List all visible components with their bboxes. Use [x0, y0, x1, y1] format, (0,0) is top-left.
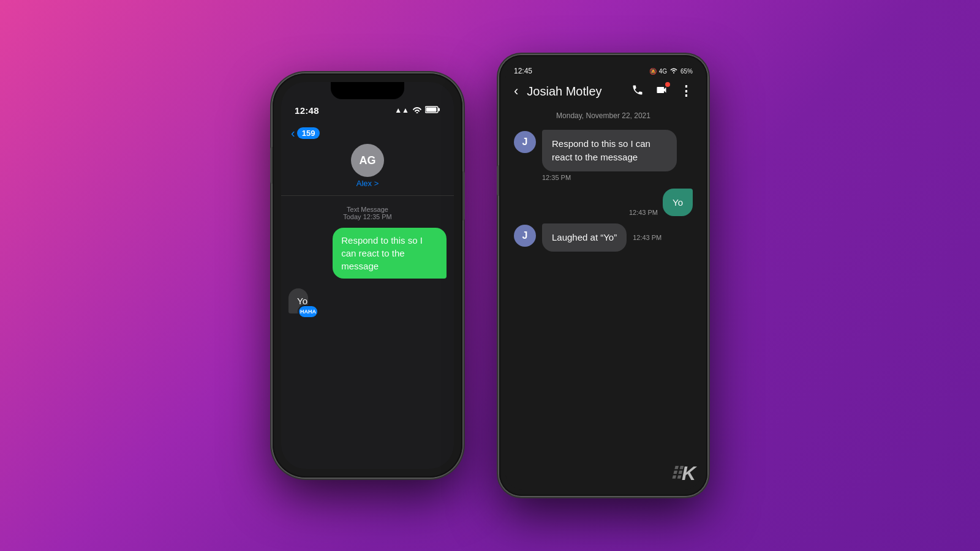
android-status-bar: 12:45 🔕 4G 65% [505, 61, 701, 80]
imessage-app: 12:48 ▲▲ [281, 82, 454, 469]
outgoing-message-time: 12:43 PM [629, 209, 658, 216]
incoming-message-time-1: 12:35 PM [542, 174, 571, 181]
android-outgoing-row: 12:43 PM Yo [514, 189, 693, 217]
outgoing-message-row: Respond to this so I can react to the me… [288, 228, 447, 279]
wifi-icon [412, 106, 422, 115]
sender-avatar-1: J [514, 131, 536, 153]
iphone-status-bar: 12:48 ▲▲ [281, 99, 454, 121]
android-notification-icon: 🔕 [649, 68, 657, 75]
android-screen: 12:45 🔕 4G 65% ‹ Josiah Motley [505, 61, 701, 490]
contact-avatar[interactable]: AG [351, 144, 384, 177]
more-options-icon[interactable]: ⋮ [679, 83, 693, 99]
iphone-time: 12:48 [295, 105, 319, 116]
android-message-list: Monday, November 22, 2021 J Respond to t… [505, 105, 701, 490]
android-incoming-row-1: J Respond to this so I can react to the … [514, 130, 693, 181]
iphone-screen: 12:48 ▲▲ [281, 82, 454, 469]
signal-icon: ▲▲ [394, 106, 409, 114]
incoming-message-bubble-1[interactable]: Respond to this so I can react to the me… [542, 130, 677, 171]
iphone-device: 12:48 ▲▲ [273, 73, 462, 478]
phone-call-icon[interactable] [631, 84, 644, 99]
android-battery-level: 65% [680, 68, 693, 75]
android-contact-name[interactable]: Josiah Motley [527, 84, 631, 99]
android-time: 12:45 [514, 67, 532, 75]
imessage-message-list: Text Message Today 12:35 PM Respond to t… [281, 196, 454, 469]
incoming-message-bubble-2[interactable]: Laughed at “Yo” [542, 223, 627, 252]
android-signal-icon: 4G [659, 68, 667, 75]
outgoing-bubble[interactable]: Respond to this so I can react to the me… [333, 228, 447, 279]
reaction-badge: HAHA [298, 305, 318, 318]
contact-name[interactable]: Alex > [356, 179, 379, 188]
incoming-message-time-2: 12:43 PM [633, 234, 662, 241]
android-header-icons: ⋮ [631, 83, 693, 99]
date-divider: Monday, November 22, 2021 [514, 111, 693, 120]
outgoing-wrapper: 12:43 PM Yo [629, 189, 693, 217]
imessage-nav-row: ‹ 159 [291, 126, 444, 140]
power-button [462, 171, 465, 220]
video-notification-dot [665, 82, 670, 87]
iphone-status-icons: ▲▲ [394, 106, 440, 115]
incoming-message-content-2: Laughed at “Yo” 12:43 PM [542, 223, 662, 252]
imessage-header: ‹ 159 AG Alex > [281, 121, 454, 196]
svg-rect-2 [426, 107, 437, 111]
back-chevron-icon: ‹ [291, 126, 295, 140]
incoming-message-row: Yo HAHA [288, 288, 447, 313]
android-messages-app: 12:45 🔕 4G 65% ‹ Josiah Motley [505, 61, 701, 490]
back-button[interactable]: ‹ 159 [291, 126, 320, 140]
outgoing-message-bubble[interactable]: Yo [663, 189, 693, 217]
battery-icon [425, 106, 440, 115]
android-back-button[interactable]: ‹ [514, 83, 518, 99]
android-status-icons: 🔕 4G 65% [649, 67, 693, 75]
android-device: 12:45 🔕 4G 65% ‹ Josiah Motley [499, 55, 707, 496]
message-timestamp-meta: Text Message Today 12:35 PM [288, 206, 447, 220]
iphone-notch [331, 82, 404, 99]
svg-rect-1 [439, 108, 440, 111]
incoming-message-content-1: Respond to this so I can react to the me… [542, 130, 677, 181]
android-incoming-row-2: J Laughed at “Yo” 12:43 PM [514, 223, 693, 252]
sender-avatar-2: J [514, 225, 536, 247]
android-chat-header: ‹ Josiah Motley ⋮ [505, 80, 701, 105]
watermark: ⠿K [669, 462, 695, 485]
video-call-icon-container[interactable] [655, 84, 668, 99]
android-wifi-icon [669, 67, 678, 75]
message-count-badge: 159 [297, 127, 320, 139]
